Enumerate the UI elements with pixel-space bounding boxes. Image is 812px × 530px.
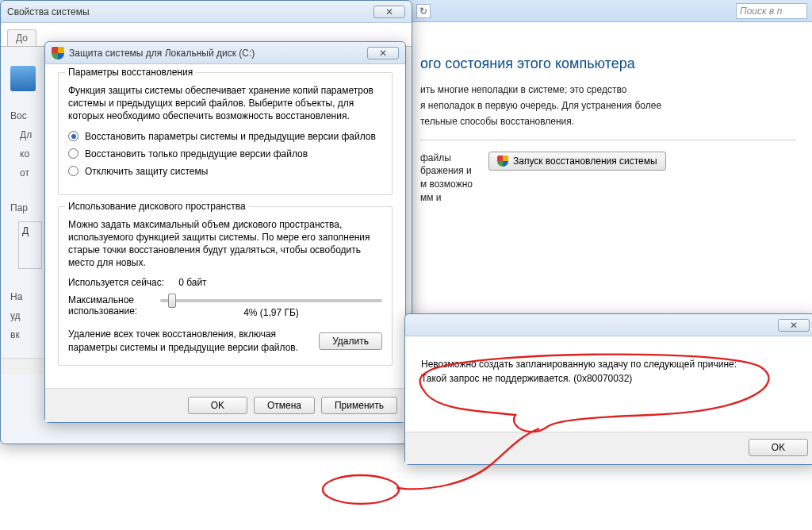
dialog-title: Защита системы для Локальный диск (C:)	[69, 48, 255, 59]
disk-usage-group: Использование дискового пространства Мож…	[58, 206, 393, 366]
protection-titlebar[interactable]: Защита системы для Локальный диск (C:) ✕	[45, 42, 405, 64]
close-icon[interactable]: ✕	[373, 6, 405, 18]
protection-settings-dialog: Защита системы для Локальный диск (C:) ✕…	[44, 41, 406, 423]
system-restore-button-label: Запуск восстановления системы	[513, 156, 657, 167]
page-heading: ого состояния этого компьютера	[420, 56, 796, 72]
current-usage-row: Используется сейчас: 0 байт	[68, 277, 382, 288]
shield-icon	[52, 47, 64, 60]
usage-label: Используется сейчас:	[68, 277, 164, 288]
usage-value: 0 байт	[178, 277, 206, 288]
usage-slider[interactable]	[160, 299, 382, 302]
radio-restore-files[interactable]: Восстановить только предыдущие версии фа…	[68, 148, 382, 159]
error-footer: OK	[405, 432, 812, 464]
group-description: Функция защиты системы обеспечивает хран…	[68, 84, 382, 123]
system-restore-button[interactable]: Запуск восстановления системы	[488, 152, 666, 171]
max-usage-label: Максимальное использование:	[68, 294, 151, 317]
radio-icon	[68, 131, 79, 141]
group-title: Использование дискового пространства	[65, 201, 249, 212]
protection-body: Параметры восстановления Функция защиты …	[45, 64, 405, 388]
shield-icon	[497, 156, 508, 167]
group-description: Можно задать максимальный объем дисковог…	[68, 218, 382, 270]
cancel-button[interactable]: Отмена	[254, 397, 315, 414]
radio-label: Восстановить параметры системы и предыду…	[85, 131, 376, 142]
delete-button[interactable]: Удалить	[319, 332, 382, 350]
recovery-content: ого состояния этого компьютера ить многи…	[412, 48, 804, 213]
radio-restore-all[interactable]: Восстановить параметры системы и предыду…	[68, 131, 382, 142]
system-restore-text: файлы бражения и м возможно мм и	[420, 152, 473, 205]
drive-list-fragment: Д	[18, 221, 42, 269]
page-body: ить многие неполадки в системе; это сред…	[420, 83, 796, 129]
close-icon[interactable]: ✕	[367, 47, 399, 60]
tab-truncated[interactable]: До	[7, 29, 36, 46]
close-icon[interactable]: ✕	[778, 319, 810, 332]
system-properties-titlebar[interactable]: Свойства системы ✕	[1, 1, 412, 23]
search-input[interactable]: Поиск в п	[736, 3, 807, 19]
max-usage-row: Максимальное использование: 4% (1,97 ГБ)	[68, 294, 382, 318]
window-title: Свойства системы	[7, 6, 90, 17]
error-titlebar[interactable]: ✕	[405, 314, 812, 336]
monitor-icon	[10, 66, 36, 91]
protection-footer: OK Отмена Применить	[45, 388, 405, 422]
divider	[420, 140, 796, 140]
body-line: ить многие неполадки в системе; это сред…	[420, 83, 796, 96]
error-dialog: ✕ Невозможно создать запланированную зад…	[404, 313, 812, 465]
radio-icon	[68, 148, 79, 159]
radio-label: Восстановить только предыдущие версии фа…	[85, 148, 308, 159]
delete-description: Удаление всех точек восстановления, вклю…	[68, 328, 309, 353]
body-line: тельные способы восстановления.	[420, 115, 796, 128]
restore-settings-group: Параметры восстановления Функция защиты …	[58, 72, 393, 195]
ok-button[interactable]: OK	[188, 397, 247, 414]
slider-value: 4% (1,97 ГБ)	[160, 307, 382, 318]
slider-thumb[interactable]	[168, 294, 176, 308]
delete-restore-points-row: Удаление всех точек восстановления, вклю…	[68, 328, 382, 353]
radio-disable[interactable]: Отключить защиту системы	[68, 166, 382, 177]
system-restore-row: файлы бражения и м возможно мм и Запуск …	[420, 152, 796, 205]
refresh-icon[interactable]: ↻	[416, 4, 431, 18]
error-message-line: Такой запрос не поддерживается. (0x80070…	[421, 371, 800, 386]
radio-label: Отключить защиту системы	[85, 166, 208, 177]
error-message-line: Невозможно создать запланированную задач…	[421, 357, 800, 371]
group-title: Параметры восстановления	[65, 67, 196, 78]
body-line: я неполадок в первую очередь. Для устран…	[420, 99, 796, 112]
error-body: Невозможно создать запланированную задач…	[405, 336, 812, 432]
radio-icon	[68, 166, 79, 176]
ok-button[interactable]: OK	[749, 439, 808, 456]
drive-letter: Д	[22, 225, 38, 236]
apply-button[interactable]: Применить	[321, 397, 397, 414]
